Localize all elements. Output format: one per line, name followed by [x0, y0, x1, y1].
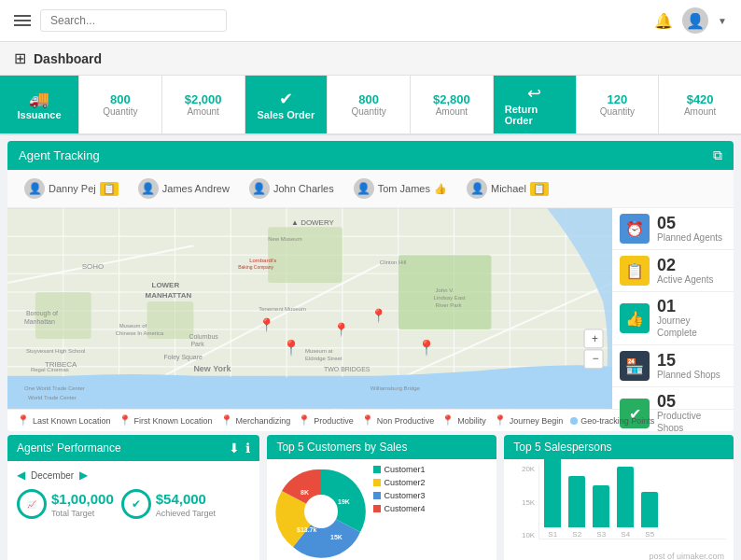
agent-avatar-3: 👤 — [354, 178, 374, 199]
header-left — [14, 9, 227, 32]
search-input[interactable] — [40, 9, 227, 32]
header: 🔔 👤 ▼ — [0, 0, 741, 42]
legend-journey-begin: 📍 Journey Begin — [494, 414, 564, 427]
active-agents-label: Active Agents — [657, 273, 714, 286]
stat-sales-qty[interactable]: 800 Quantity — [328, 76, 411, 133]
svg-text:Lindsay East: Lindsay East — [434, 295, 467, 301]
agent-tracking-section: Agent Tracking ⧉ 👤 Danny Pej 📋 👤 James A… — [7, 141, 734, 431]
y-label-0: 20K — [511, 465, 535, 473]
agent-name-4: Michael — [491, 183, 526, 194]
page-title-bar: ⊞ Dashboard — [0, 42, 741, 76]
agents-performance-title-area: Agents' Performance — [17, 441, 121, 455]
svg-text:New York: New York — [193, 364, 231, 373]
svg-text:River Park: River Park — [436, 302, 462, 308]
stat-sales-amt[interactable]: $2,800 Amount — [411, 76, 494, 133]
stat-planned-shops: 🏪 15 Planned Shops — [612, 345, 734, 387]
pie-legend-item-2: Customer3 — [373, 491, 425, 500]
achieved-target-box: $54,000 Achieved Target — [156, 491, 216, 518]
bar-chart-with-labels: 20K 15K 10K S1 S2 S3 — [511, 465, 726, 539]
svg-text:📍: 📍 — [417, 339, 436, 357]
pie-legend-color-0 — [373, 466, 381, 473]
bar-col-1: S2 — [568, 476, 585, 539]
map-area[interactable]: SOHO LOWER MANHATTAN TRIBECA New York TW… — [7, 208, 612, 409]
info-icon[interactable]: ℹ — [245, 441, 250, 455]
stat-sales-order[interactable]: ✔ Sales Order — [245, 76, 329, 133]
agent-item[interactable]: 👤 Danny Pej 📋 — [17, 175, 126, 202]
issuance-qty-value: 800 — [110, 92, 131, 106]
return-amt-label: Amount — [684, 106, 716, 117]
pie-chart: 19K 15K $13.7k 8K — [274, 465, 368, 558]
svg-text:Tenement Museum: Tenement Museum — [259, 306, 306, 312]
stat-return-qty[interactable]: 120 Quantity — [577, 76, 660, 133]
user-dropdown-arrow[interactable]: ▼ — [718, 16, 727, 26]
agent-badge-3: 👍 — [434, 183, 447, 195]
stats-bar: 🚚 Issuance 800 Quantity $2,000 Amount ✔ … — [0, 76, 741, 135]
svg-text:Regal Cinemas: Regal Cinemas — [31, 367, 69, 372]
issuance-amt-value: $2,000 — [185, 92, 222, 106]
top-salespersons-title: Top 5 Salespersons — [513, 441, 611, 454]
stat-issuance-qty[interactable]: 800 Quantity — [79, 76, 162, 133]
pie-chart-container: 19K 15K $13.7k 8K — [274, 465, 368, 558]
planned-agents-icon: ⏰ — [620, 214, 650, 244]
pie-legend-label-1: Customer2 — [384, 478, 425, 487]
stat-issuance[interactable]: 🚚 Issuance — [0, 76, 79, 133]
legend-geo-tracking: Geo-tracking Points — [570, 414, 654, 427]
bar-label-2: S3 — [596, 530, 606, 539]
svg-text:Borough of: Borough of — [26, 310, 58, 317]
month-prev-arrow[interactable]: ◀ — [17, 469, 25, 482]
planned-shops-icon: 🏪 — [620, 351, 650, 381]
month-next-arrow[interactable]: ▶ — [79, 469, 88, 482]
agent-avatar-2: 👤 — [249, 178, 270, 199]
stat-return-order[interactable]: ↩ Return Order — [494, 76, 577, 133]
truck-icon: 🚚 — [29, 89, 49, 109]
svg-text:Chinese In America: Chinese In America — [116, 330, 164, 336]
stat-return-amt[interactable]: $420 Amount — [659, 76, 741, 133]
achieved-target-metric: ✔ $54,000 Achieved Target — [121, 489, 216, 519]
panel-header-icons: ⬇ ℹ — [229, 441, 250, 455]
agent-name-2: John Charles — [273, 183, 334, 194]
download-icon[interactable]: ⬇ — [229, 441, 240, 455]
bar-col-2: S3 — [593, 485, 609, 539]
pie-legend-item-0: Customer1 — [373, 465, 425, 474]
pie-legend-color-1 — [373, 479, 381, 486]
issuance-label: Issuance — [17, 109, 61, 120]
planned-shops-info: 15 Planned Shops — [657, 352, 720, 381]
top-salespersons-header: Top 5 Salespersons — [504, 435, 734, 459]
agent-item-2[interactable]: 👤 John Charles — [242, 175, 342, 202]
svg-text:John V.: John V. — [436, 287, 454, 293]
external-link-icon[interactable]: ⧉ — [713, 147, 722, 163]
achieved-target-label: Achieved Target — [156, 509, 216, 518]
legend-productive: 📍 Productive — [298, 414, 354, 427]
svg-text:TWO BRIDGES: TWO BRIDGES — [324, 366, 370, 372]
agent-name-0: Danny Pej — [49, 183, 96, 194]
bar-col-0: S1 — [544, 453, 561, 539]
bottom-row: Agents' Performance ⬇ ℹ ◀ December ▶ 📈 $… — [7, 435, 734, 560]
return-order-label: Return Order — [505, 104, 565, 126]
legend-label-5: Mobility — [457, 416, 486, 426]
avatar[interactable]: 👤 — [682, 7, 708, 34]
svg-text:LOWER: LOWER — [152, 281, 180, 289]
legend-pin-6: 📍 — [494, 414, 507, 427]
agent-avatar-1: 👤 — [138, 178, 159, 199]
top-customers-header: Top 5 Customers by Sales — [267, 435, 496, 459]
agent-item-4[interactable]: 👤 Michael 📋 — [459, 175, 556, 202]
agent-item-3[interactable]: 👤 Tom James 👍 — [346, 175, 454, 202]
agent-item-1[interactable]: 👤 James Andrew — [131, 175, 237, 202]
svg-text:▲ DOWERY: ▲ DOWERY — [291, 218, 335, 227]
legend-merchandizing: 📍 Merchandizing — [220, 414, 291, 427]
svg-text:📍: 📍 — [282, 339, 301, 357]
journey-complete-info: 01 Journey Complete — [657, 298, 726, 339]
active-agents-icon: 📋 — [620, 256, 650, 286]
issuance-amt-label: Amount — [187, 106, 218, 117]
bar-col-4: S5 — [641, 492, 658, 539]
bell-icon[interactable]: 🔔 — [654, 12, 673, 30]
achieved-target-circle: ✔ — [121, 489, 151, 519]
stat-issuance-amt[interactable]: $2,000 Amount — [162, 76, 245, 133]
issuance-qty-label: Quantity — [103, 106, 137, 117]
legend-pin-3: 📍 — [298, 414, 311, 427]
svg-text:$13.7k: $13.7k — [297, 526, 317, 534]
hamburger-icon[interactable] — [14, 15, 31, 26]
y-axis-labels: 20K 15K 10K — [511, 465, 535, 539]
salespersons-panel-body: 20K 15K 10K S1 S2 S3 — [504, 459, 734, 545]
productive-shops-label: Productive Shops — [657, 410, 726, 431]
